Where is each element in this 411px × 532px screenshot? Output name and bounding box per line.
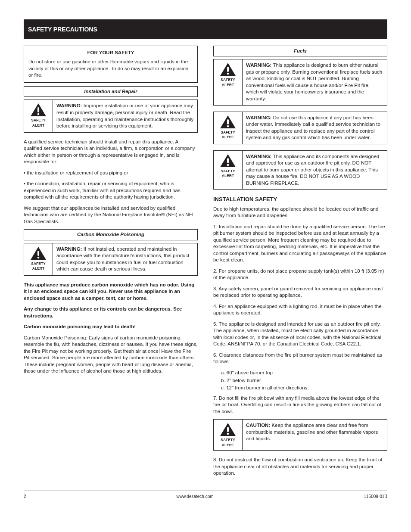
alert-label: SAFETYALERT <box>31 118 46 128</box>
install-warn-5: 5. The appliance is designed and intende… <box>213 321 387 348</box>
warning-text: WARNING: Do not use this appliance if an… <box>243 112 387 144</box>
left-column: FOR YOUR SAFETY Do not store or use gaso… <box>24 46 198 481</box>
clearance-b: b. 2" below burner <box>221 377 387 384</box>
fuels-header: Fuels <box>213 46 387 57</box>
alert-triangle-icon <box>219 422 237 437</box>
carbon-monoxide-header: Carbon Monoxide Poisoning <box>24 229 198 240</box>
warning-level: WARNING: <box>246 62 271 68</box>
page-number: 2 <box>24 494 26 500</box>
warning-icon-cell: SAFETYALERT <box>24 100 53 132</box>
nfi-para: We suggest that our appliances be instal… <box>24 205 198 225</box>
warning-fuels-2: SAFETYALERT WARNING: Do not use this app… <box>213 112 387 144</box>
carbon-para-1: This appliance may produce carbon monoxi… <box>24 282 198 302</box>
alert-triangle-icon <box>30 246 47 261</box>
carbon-para-2: Any change to this appliance or its cont… <box>24 306 198 319</box>
warning-carbon: SAFETYALERT WARNING: If not installed, o… <box>24 243 198 276</box>
alert-label: SAFETYALERT <box>31 261 46 271</box>
svg-point-11 <box>227 433 229 435</box>
warning-text: WARNING: This appliance and its componen… <box>243 151 387 190</box>
warning-text: WARNING: This appliance is designed to b… <box>243 59 387 105</box>
page-banner: SAFETY PRECAUTIONS <box>24 19 387 39</box>
install-warn-3: 3. Any safety screen, panel or guard rem… <box>213 286 387 299</box>
carbon-para-4: Carbon Monoxide Poisoning: Early signs o… <box>24 335 198 375</box>
svg-rect-6 <box>227 119 229 124</box>
svg-point-5 <box>227 73 229 75</box>
warning-install-repair: SAFETYALERT WARNING: Improper installati… <box>24 100 198 132</box>
warning-icon-cell: SAFETYALERT <box>214 420 243 450</box>
warning-fuels-3: SAFETYALERT WARNING: This appliance and … <box>213 150 387 190</box>
for-your-safety-box: FOR YOUR SAFETY Do not store or use gaso… <box>24 46 198 83</box>
for-your-safety-title: FOR YOUR SAFETY <box>28 50 193 56</box>
footer-url: www.desatech.com <box>176 494 213 500</box>
svg-rect-8 <box>227 158 229 163</box>
clearance-a: a. 60" above burner top <box>221 370 387 376</box>
svg-rect-2 <box>37 251 39 256</box>
page-footer: 2 www.desatech.com 115009-01B <box>24 494 387 500</box>
svg-point-7 <box>227 125 229 127</box>
right-column: Fuels SAFETYALERT WARNING: This applianc… <box>213 46 387 481</box>
install-para-2: • the installation or replacement of gas… <box>24 170 198 177</box>
alert-label: SAFETYALERT <box>221 130 235 140</box>
install-para-1: A qualified service technician should in… <box>24 139 198 165</box>
alert-triangle-icon <box>30 103 47 117</box>
carbon-para-3: Carbon monoxide poisoning may lead to de… <box>24 324 198 330</box>
for-your-safety-body: Do not store or use gasoline or other fl… <box>28 59 193 79</box>
fill-media-para: 7. Do not fill the fire pit bowl with an… <box>213 395 387 415</box>
warning-level: WARNING: <box>56 246 82 252</box>
footer-rule <box>24 491 387 491</box>
warning-text: WARNING: Improper installation or use of… <box>53 100 197 132</box>
warning-level: WARNING: <box>246 115 271 120</box>
install-warn-6: 6. Clearance distances from the fire pit… <box>213 352 387 365</box>
svg-point-3 <box>37 256 40 258</box>
install-para-3: • the connection, installation, repair o… <box>24 180 198 201</box>
svg-rect-0 <box>37 107 39 112</box>
warning-level: WARNING: <box>246 154 271 159</box>
svg-point-9 <box>227 164 229 166</box>
warning-fuels-1: SAFETYALERT WARNING: This appliance is d… <box>213 59 387 105</box>
clearance-c: c. 12" from burner in all other directio… <box>221 385 387 392</box>
alert-triangle-icon <box>219 62 237 77</box>
alert-label: SAFETYALERT <box>221 169 235 179</box>
alert-triangle-icon <box>219 153 237 168</box>
air-flow-para: 8. Do not obstruct the flow of combustio… <box>213 457 387 477</box>
install-safety-intro: Due to high temperatures, the appliance … <box>213 206 387 219</box>
svg-rect-4 <box>227 67 229 72</box>
alert-label: SAFETYALERT <box>221 438 235 448</box>
warning-text: WARNING: If not installed, operated and … <box>53 243 197 275</box>
footer-rev: 115009-01B <box>364 494 388 500</box>
install-warn-2: 2. For propane units, do not place propa… <box>213 268 387 281</box>
alert-triangle-icon <box>219 115 237 129</box>
warning-level: WARNING: <box>56 103 82 108</box>
warning-icon-cell: SAFETYALERT <box>214 112 243 144</box>
installation-safety-header: INSTALLATION SAFETY <box>213 196 387 203</box>
warning-body: This appliance is designed to burn eithe… <box>246 62 382 101</box>
caution-level: CAUTION: <box>246 423 270 428</box>
warning-icon-cell: SAFETYALERT <box>214 59 243 105</box>
two-column-layout: FOR YOUR SAFETY Do not store or use gaso… <box>24 46 387 481</box>
install-warn-1: 1. Installation and repair should be don… <box>213 224 387 264</box>
warning-text: CAUTION: Keep the appliance area clear a… <box>243 420 387 450</box>
warning-icon-cell: SAFETYALERT <box>214 151 243 190</box>
svg-rect-10 <box>227 427 229 432</box>
caution-keep-clear: SAFETYALERT CAUTION: Keep the appliance … <box>213 419 387 451</box>
svg-point-1 <box>37 113 40 115</box>
warning-icon-cell: SAFETYALERT <box>24 243 53 275</box>
alert-label: SAFETYALERT <box>221 78 235 87</box>
install-warn-4: 4. For an appliance equipped with a ligh… <box>213 303 387 317</box>
installation-repair-header: Installation and Repair <box>24 86 198 97</box>
